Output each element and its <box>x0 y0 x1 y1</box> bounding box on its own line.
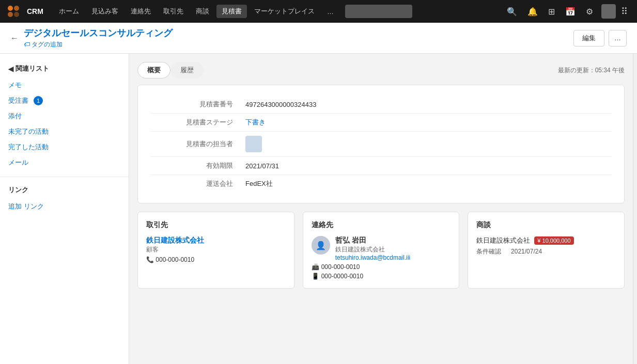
contact-avatar: 👤 <box>312 236 330 255</box>
tab-overview[interactable]: 概要 <box>137 62 170 78</box>
account-phone: 📞 000-000-0010 <box>146 256 286 263</box>
contact-card: 連絡先 👤 哲弘 岩田 鉄日建設株式会社 tetsuhiro.iwada@bcd… <box>303 212 460 289</box>
nav-quotes[interactable]: 見積書 <box>216 5 247 18</box>
related-list-header: ◀ 関連リスト <box>0 62 129 77</box>
grid-icon[interactable]: ⠿ <box>618 6 631 17</box>
nav-search-bar <box>345 5 412 18</box>
contact-info: 哲弘 岩田 鉄日建設株式会社 tetsuhiro.iwada@bcdmail.i… <box>335 236 411 261</box>
nav-leads[interactable]: 見込み客 <box>86 5 123 18</box>
sidebar-item-open-activities[interactable]: 未完了の活動 <box>0 124 129 139</box>
info-card: 見積書番号 4972643000000324433 見積書ステージ 下書き 見積… <box>137 85 625 203</box>
deal-stage: 条件確認 <box>476 248 501 255</box>
link-section-label: リンク <box>0 183 129 199</box>
contact-name[interactable]: 哲弘 岩田 <box>335 236 411 245</box>
sidebar-item-orders[interactable]: 受注書 1 <box>0 93 129 108</box>
page-title-area: デジタルセールスコンサルティング 🏷 タグの追加 <box>24 27 573 49</box>
label-carrier: 運送会社 <box>150 179 233 188</box>
search-icon[interactable]: 🔍 <box>503 7 521 17</box>
nav-more[interactable]: … <box>322 6 339 18</box>
sidebar-separator <box>0 177 129 177</box>
deal-amount-badge: ¥ 10,000,000 <box>534 236 573 245</box>
label-expiry: 有効期限 <box>150 161 233 170</box>
label-quote-stage: 見積書ステージ <box>150 118 233 127</box>
calendar-icon[interactable]: 📅 <box>561 7 580 17</box>
deal-company[interactable]: 鉄日建設株式会社 <box>476 236 530 245</box>
tab-bar: 概要 履歴 最新の更新：05:34 午後 <box>137 62 625 78</box>
info-row-stage: 見積書ステージ 下書き <box>150 114 612 132</box>
edit-button[interactable]: 編集 <box>573 30 604 46</box>
account-type: 顧客 <box>146 245 286 254</box>
info-row-expiry: 有効期限 2021/07/31 <box>150 157 612 175</box>
value-quote-stage: 下書き <box>245 118 612 127</box>
owner-avatar-thumb <box>245 136 262 152</box>
info-row-number: 見積書番号 4972643000000324433 <box>150 96 612 114</box>
deal-meta: 条件確認 2021/07/24 <box>476 247 616 256</box>
sidebar-item-attachments[interactable]: 添付 <box>0 108 129 124</box>
contact-phone1-row: 📠 000-000-0010 <box>312 263 451 271</box>
subheader: ← デジタルセールスコンサルティング 🏷 タグの追加 編集 … <box>0 23 637 54</box>
user-avatar[interactable] <box>601 4 616 19</box>
contact-row: 👤 哲弘 岩田 鉄日建設株式会社 tetsuhiro.iwada@bcdmail… <box>312 236 451 261</box>
collapse-icon: ◀ <box>8 65 13 73</box>
nav-home[interactable]: ホーム <box>54 5 84 18</box>
account-name[interactable]: 鉄日建設株式会社 <box>146 236 286 245</box>
fax-icon: 📠 <box>312 263 319 271</box>
value-quote-number: 4972643000000324433 <box>245 101 612 108</box>
deal-row: 鉄日建設株式会社 ¥ 10,000,000 <box>476 236 616 245</box>
svg-point-2 <box>8 12 13 17</box>
svg-point-1 <box>14 6 19 11</box>
page-title: デジタルセールスコンサルティング <box>24 27 573 39</box>
account-card: 取引先 鉄日建設株式会社 顧客 📞 000-000-0010 <box>137 212 294 289</box>
nav-contacts[interactable]: 連絡先 <box>126 5 156 18</box>
contact-email[interactable]: tetsuhiro.iwada@bcdmail.iii <box>335 254 411 261</box>
mobile-icon: 📱 <box>312 273 319 280</box>
label-quote-owner: 見積書の担当者 <box>150 139 233 149</box>
nav-accounts[interactable]: 取引先 <box>158 5 189 18</box>
tag-icon: 🏷 <box>24 41 30 48</box>
last-updated-label: 最新の更新：05:34 午後 <box>558 66 625 75</box>
svg-point-0 <box>8 6 13 11</box>
deal-date: 2021/07/24 <box>511 248 542 255</box>
sidebar: ◀ 関連リスト メモ 受注書 1 添付 未完了の活動 完了した活動 メール リン… <box>0 54 129 364</box>
deal-card-title: 商談 <box>476 220 616 230</box>
tag-add-button[interactable]: 🏷 タグの追加 <box>24 40 573 49</box>
label-quote-number: 見積書番号 <box>150 100 233 109</box>
contact-company: 鉄日建設株式会社 <box>335 245 411 254</box>
phone-icon: 📞 <box>146 256 154 263</box>
tab-history[interactable]: 履歴 <box>170 62 204 78</box>
contact-card-title: 連絡先 <box>312 220 451 230</box>
settings-icon[interactable]: ⚙ <box>582 7 597 17</box>
add-link-button[interactable]: 追加 リンク <box>0 199 129 214</box>
top-navigation: CRM ホーム 見込み客 連絡先 取引先 商談 見積書 マーケットプレイス … … <box>0 0 637 23</box>
account-card-title: 取引先 <box>146 220 286 230</box>
subheader-actions: 編集 … <box>573 30 627 46</box>
orders-badge: 1 <box>34 96 43 105</box>
nav-marketplace[interactable]: マーケットプレイス <box>249 5 320 18</box>
app-brand: CRM <box>27 7 43 15</box>
deal-card: 商談 鉄日建設株式会社 ¥ 10,000,000 条件確認 2021/07/24 <box>468 212 625 289</box>
more-button[interactable]: … <box>609 30 627 46</box>
content-area: 概要 履歴 最新の更新：05:34 午後 見積書番号 4972643000000… <box>129 54 633 364</box>
add-record-icon[interactable]: ⊞ <box>544 7 559 17</box>
info-row-owner: 見積書の担当者 <box>150 132 612 157</box>
contact-phone2-row: 📱 000-0000-0010 <box>312 273 451 280</box>
sidebar-item-closed-activities[interactable]: 完了した活動 <box>0 139 129 155</box>
sidebar-item-email[interactable]: メール <box>0 155 129 170</box>
sidebar-item-memo[interactable]: メモ <box>0 77 129 93</box>
bell-icon[interactable]: 🔔 <box>523 7 542 17</box>
nav-deals[interactable]: 商談 <box>191 5 214 18</box>
main-layout: ◀ 関連リスト メモ 受注書 1 添付 未完了の活動 完了した活動 メール リン… <box>0 54 637 364</box>
svg-point-3 <box>14 12 19 17</box>
app-logo[interactable] <box>6 4 21 19</box>
value-carrier: FedEX社 <box>245 179 612 188</box>
info-row-carrier: 運送会社 FedEX社 <box>150 175 612 193</box>
right-scrollbar[interactable] <box>633 54 637 364</box>
value-quote-owner <box>245 136 612 152</box>
related-cards-row: 取引先 鉄日建設株式会社 顧客 📞 000-000-0010 連絡先 👤 哲弘 … <box>137 212 625 289</box>
value-expiry: 2021/07/31 <box>245 162 612 170</box>
back-button[interactable]: ← <box>10 34 19 43</box>
